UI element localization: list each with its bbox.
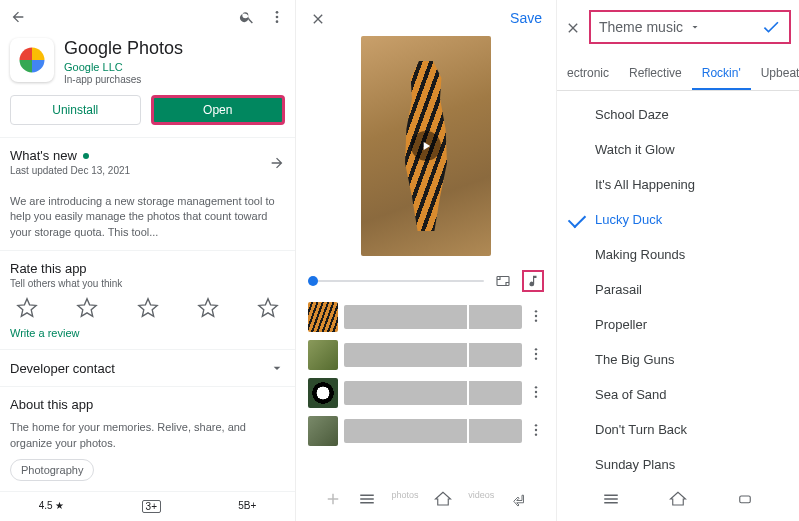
- music-item[interactable]: School Daze: [557, 97, 799, 132]
- uninstall-button[interactable]: Uninstall: [10, 95, 141, 125]
- svg-point-2: [276, 20, 279, 23]
- star-4-icon[interactable]: [197, 297, 219, 319]
- svg-point-15: [535, 433, 537, 435]
- svg-point-5: [535, 314, 537, 316]
- new-indicator-icon: [83, 153, 89, 159]
- svg-point-11: [535, 390, 537, 392]
- home-icon[interactable]: [434, 490, 452, 511]
- svg-point-4: [535, 310, 537, 312]
- caret-down-icon: [689, 21, 701, 33]
- category-chip[interactable]: Photography: [10, 459, 94, 481]
- rating-stat: 4.5 ★: [39, 500, 65, 513]
- clip-track[interactable]: [344, 343, 522, 367]
- home-icon[interactable]: [669, 490, 687, 511]
- back-nav-icon[interactable]: [510, 490, 528, 511]
- more-icon[interactable]: [269, 8, 285, 24]
- app-publisher[interactable]: Google LLC: [64, 61, 183, 73]
- music-item[interactable]: Sea of Sand: [557, 377, 799, 412]
- aspect-ratio-icon[interactable]: [492, 270, 514, 292]
- whats-new-date: Last updated Dec 13, 2021: [10, 165, 130, 176]
- music-tab[interactable]: ectronic: [557, 58, 619, 90]
- close-icon[interactable]: [310, 10, 326, 26]
- whats-new-desc: We are introducing a new storage managem…: [0, 194, 295, 250]
- clip-more-icon[interactable]: [528, 384, 544, 403]
- clip-row[interactable]: [308, 340, 544, 370]
- star-5-icon[interactable]: [257, 297, 279, 319]
- app-icon: [10, 38, 54, 82]
- system-nav-bar: [557, 484, 799, 517]
- star-1-icon[interactable]: [16, 297, 38, 319]
- music-icon[interactable]: [522, 270, 544, 292]
- whats-new-section[interactable]: What's new Last updated Dec 13, 2021: [0, 137, 295, 186]
- theme-music-pane: Theme music ectronicReflectiveRockin'Upb…: [557, 0, 799, 521]
- svg-point-14: [535, 428, 537, 430]
- clip-track[interactable]: [344, 419, 522, 443]
- menu-icon[interactable]: [358, 490, 376, 511]
- clip-more-icon[interactable]: [528, 346, 544, 365]
- clip-thumb: [308, 302, 338, 332]
- arrow-right-icon[interactable]: [269, 154, 285, 170]
- clip-more-icon[interactable]: [528, 308, 544, 327]
- dev-contact-title: Developer contact: [10, 361, 115, 376]
- movie-editor-pane: Save photos videos: [296, 0, 557, 521]
- clip-row[interactable]: [308, 416, 544, 446]
- about-desc: The home for your memories. Relive, shar…: [10, 420, 285, 451]
- star-3-icon[interactable]: [137, 297, 159, 319]
- music-item[interactable]: Making Rounds: [557, 237, 799, 272]
- music-item[interactable]: Watch it Glow: [557, 132, 799, 167]
- clip-thumb: [308, 416, 338, 446]
- clip-track[interactable]: [344, 305, 522, 329]
- menu-icon[interactable]: [602, 490, 620, 511]
- top-bar: [0, 0, 295, 32]
- play-store-pane: Google Photos Google LLC In-app purchase…: [0, 0, 296, 521]
- dev-contact-row[interactable]: Developer contact: [0, 349, 295, 386]
- play-icon[interactable]: [411, 131, 441, 161]
- music-item[interactable]: Parasail: [557, 272, 799, 307]
- save-button[interactable]: Save: [510, 10, 542, 26]
- clip-thumb: [308, 340, 338, 370]
- app-title: Google Photos: [64, 38, 183, 59]
- clip-list: [296, 298, 556, 458]
- music-item[interactable]: It's All Happening: [557, 167, 799, 202]
- clip-row[interactable]: [308, 302, 544, 332]
- svg-rect-3: [497, 277, 509, 286]
- svg-point-13: [535, 424, 537, 426]
- confirm-check-icon[interactable]: [761, 17, 781, 37]
- music-item[interactable]: Sunday Plans: [557, 447, 799, 482]
- write-review-link[interactable]: Write a review: [10, 327, 285, 339]
- music-item[interactable]: Propeller: [557, 307, 799, 342]
- svg-point-7: [535, 348, 537, 350]
- dropdown-label: Theme music: [599, 19, 683, 35]
- theme-music-dropdown[interactable]: Theme music: [589, 10, 791, 44]
- rate-title: Rate this app: [10, 261, 285, 276]
- music-tab[interactable]: Reflective: [619, 58, 692, 90]
- music-item[interactable]: The Big Guns: [557, 342, 799, 377]
- music-item[interactable]: Lucky Duck: [557, 202, 799, 237]
- music-item[interactable]: Don't Turn Back: [557, 412, 799, 447]
- back-icon[interactable]: [10, 8, 26, 24]
- bottom-label: photos: [392, 490, 419, 511]
- add-icon[interactable]: [324, 490, 342, 511]
- video-preview[interactable]: [361, 36, 491, 256]
- search-icon[interactable]: [239, 8, 255, 24]
- star-2-icon[interactable]: [76, 297, 98, 319]
- svg-point-0: [276, 11, 279, 14]
- clip-row[interactable]: [308, 378, 544, 408]
- svg-point-10: [535, 386, 537, 388]
- clip-more-icon[interactable]: [528, 422, 544, 441]
- back-nav-icon[interactable]: [736, 490, 754, 511]
- close-icon[interactable]: [565, 19, 581, 35]
- music-tab[interactable]: Upbeat: [751, 58, 799, 90]
- music-tab[interactable]: Rockin': [692, 58, 751, 90]
- music-tabs: ectronicReflectiveRockin'Upbeat: [557, 58, 799, 91]
- svg-point-1: [276, 16, 279, 19]
- timeline-slider[interactable]: [308, 280, 484, 282]
- open-button[interactable]: Open: [151, 95, 286, 125]
- chevron-down-icon[interactable]: [269, 360, 285, 376]
- bottom-label2: videos: [468, 490, 494, 511]
- rate-sub: Tell others what you think: [10, 278, 285, 289]
- about-section: About this app The home for your memorie…: [0, 386, 295, 491]
- editor-bottom-bar: photos videos: [296, 484, 556, 517]
- clip-track[interactable]: [344, 381, 522, 405]
- downloads-stat: 5B+: [238, 500, 256, 513]
